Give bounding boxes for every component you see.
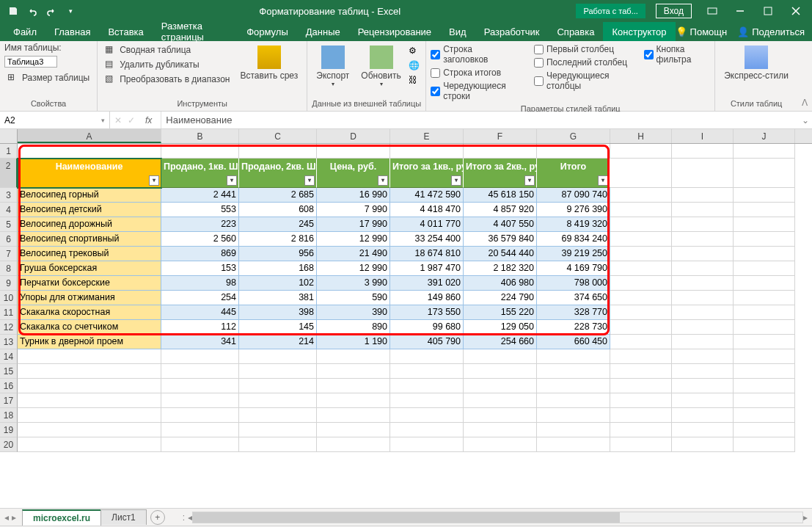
empty-cell[interactable]	[610, 364, 672, 379]
empty-cell[interactable]	[239, 379, 317, 393]
minimize-button[interactable]	[727, 0, 753, 22]
data-cell[interactable]: 445	[161, 305, 239, 320]
expand-formula-button[interactable]: ⌄	[799, 112, 812, 128]
empty-cell[interactable]	[464, 423, 537, 437]
data-cell[interactable]: 2 685	[239, 188, 317, 203]
data-cell[interactable]: 553	[161, 203, 239, 217]
empty-cell[interactable]	[734, 379, 795, 393]
data-cell[interactable]: Велосипед детский	[18, 203, 161, 217]
data-cell[interactable]: 18 674 810	[390, 247, 464, 261]
data-cell[interactable]: 2 816	[239, 232, 317, 247]
col-header-C[interactable]: C	[239, 129, 317, 143]
banded-cols-checkbox[interactable]: Чередующиеся столбцы	[534, 69, 629, 92]
data-cell[interactable]: 173 550	[390, 305, 464, 320]
empty-cell[interactable]	[18, 393, 161, 408]
qat-customize[interactable]: ▾	[62, 2, 79, 20]
data-cell[interactable]: 956	[239, 247, 317, 261]
data-cell[interactable]: 69 834 240	[537, 232, 610, 247]
empty-cell[interactable]	[317, 144, 390, 159]
col-header-E[interactable]: E	[390, 129, 464, 143]
empty-cell[interactable]	[734, 349, 795, 364]
empty-cell[interactable]	[390, 393, 464, 408]
empty-cell[interactable]	[734, 437, 795, 452]
data-cell[interactable]: 4 169 790	[537, 261, 610, 276]
data-cell[interactable]: 660 450	[537, 335, 610, 349]
open-browser-icon[interactable]: 🌐	[409, 60, 420, 72]
tab-insert[interactable]: Вставка	[99, 22, 152, 41]
empty-cell[interactable]	[464, 144, 537, 159]
tab-data[interactable]: Данные	[297, 22, 349, 41]
row-header-15[interactable]: 15	[0, 364, 18, 379]
empty-cell[interactable]	[537, 364, 610, 379]
filter-button[interactable]: ▾	[149, 175, 159, 186]
filter-button[interactable]: ▾	[378, 175, 388, 186]
row-header-14[interactable]: 14	[0, 349, 18, 364]
row-header-20[interactable]: 20	[0, 437, 18, 452]
empty-cell[interactable]	[239, 349, 317, 364]
data-cell[interactable]: 2 560	[161, 232, 239, 247]
data-cell[interactable]: 102	[239, 276, 317, 291]
banded-rows-checkbox[interactable]: Чередующиеся строки	[431, 79, 519, 103]
row-header-6[interactable]: 6	[0, 232, 18, 247]
tab-file[interactable]: Файл	[4, 22, 45, 41]
empty-cell[interactable]	[464, 408, 537, 423]
data-cell[interactable]: 33 254 400	[390, 232, 464, 247]
empty-cell[interactable]	[734, 408, 795, 423]
header-cell[interactable]: Продано, 1кв. Шт.▾	[161, 159, 239, 188]
empty-cell[interactable]	[317, 408, 390, 423]
data-cell[interactable]: 145	[239, 320, 317, 335]
data-cell[interactable]: 9 276 390	[537, 203, 610, 217]
empty-cell[interactable]	[734, 423, 795, 437]
horizontal-scrollbar[interactable]: : ◂ ▸	[180, 512, 808, 523]
empty-cell[interactable]	[464, 364, 537, 379]
dedup-button[interactable]: ▤Удалить дубликаты	[102, 57, 233, 72]
unlink-icon[interactable]: ⛓	[409, 75, 420, 87]
data-cell[interactable]: 155 220	[464, 305, 537, 320]
empty-cell[interactable]	[672, 379, 734, 393]
sheet-nav[interactable]: ◂▸	[4, 512, 22, 523]
fx-icon[interactable]: fx	[141, 115, 156, 126]
data-cell[interactable]: 87 090 740	[537, 188, 610, 203]
header-row-checkbox[interactable]: Строка заголовков	[431, 43, 519, 66]
data-cell[interactable]: 223	[161, 217, 239, 232]
empty-cell[interactable]	[317, 379, 390, 393]
data-cell[interactable]: 12 990	[317, 261, 390, 276]
empty-cell[interactable]	[161, 144, 239, 159]
empty-cell[interactable]	[390, 408, 464, 423]
data-cell[interactable]: 12 990	[317, 232, 390, 247]
data-cell[interactable]: 112	[161, 320, 239, 335]
add-sheet-button[interactable]: +	[150, 510, 165, 525]
tell-me[interactable]: 💡Помощн	[676, 26, 728, 37]
empty-cell[interactable]	[161, 349, 239, 364]
empty-cell[interactable]	[18, 423, 161, 437]
col-header-H[interactable]: H	[610, 129, 672, 143]
col-header-D[interactable]: D	[317, 129, 390, 143]
data-cell[interactable]: 36 579 840	[464, 232, 537, 247]
data-cell[interactable]: 374 650	[537, 291, 610, 305]
data-cell[interactable]: 406 980	[464, 276, 537, 291]
empty-cell[interactable]	[610, 423, 672, 437]
formula-input[interactable]	[161, 112, 799, 128]
insert-slicer-button[interactable]: Вставить срез	[235, 43, 302, 84]
last-col-checkbox[interactable]: Последний столбец	[534, 56, 629, 69]
data-cell[interactable]: 890	[317, 320, 390, 335]
empty-cell[interactable]	[464, 393, 537, 408]
empty-cell[interactable]	[18, 349, 161, 364]
empty-cell[interactable]	[537, 144, 610, 159]
data-cell[interactable]: 129 050	[464, 320, 537, 335]
data-cell[interactable]: 245	[239, 217, 317, 232]
name-box[interactable]: A2	[0, 112, 110, 128]
data-cell[interactable]: 16 990	[317, 188, 390, 203]
data-cell[interactable]: 2 182 320	[464, 261, 537, 276]
empty-cell[interactable]	[610, 144, 672, 159]
row-header-1[interactable]: 1	[0, 144, 18, 159]
data-cell[interactable]: 798 000	[537, 276, 610, 291]
data-cell[interactable]: 328 770	[537, 305, 610, 320]
properties-icon[interactable]: ⚙	[409, 46, 420, 57]
row-header-10[interactable]: 10	[0, 291, 18, 305]
empty-cell[interactable]	[537, 408, 610, 423]
empty-cell[interactable]	[672, 144, 734, 159]
empty-cell[interactable]	[317, 437, 390, 452]
row-header-9[interactable]: 9	[0, 276, 18, 291]
empty-cell[interactable]	[18, 437, 161, 452]
